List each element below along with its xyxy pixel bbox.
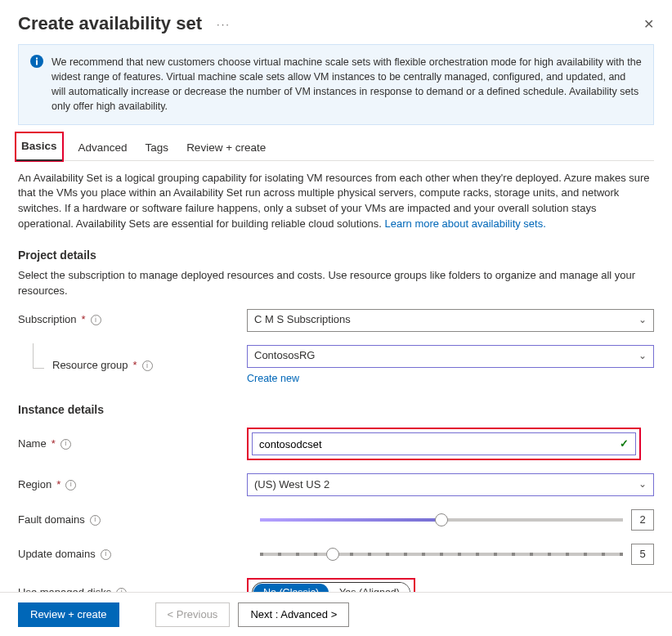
chevron-down-icon: ⌄	[638, 313, 647, 327]
tab-advanced[interactable]: Advanced	[78, 133, 128, 160]
update-domains-value[interactable]: 5	[631, 544, 654, 565]
section-project-details: Project details	[18, 247, 654, 263]
subscription-select[interactable]: C M S Subscriptions ⌄	[247, 309, 654, 332]
subscription-label: Subscription	[18, 312, 77, 328]
review-create-button[interactable]: Review + create	[18, 602, 119, 627]
chevron-down-icon: ⌄	[638, 349, 647, 363]
resource-group-label: Resource group	[52, 358, 128, 374]
info-banner-text: We recommend that new customers choose v…	[52, 55, 642, 114]
update-domains-slider[interactable]	[260, 553, 623, 556]
update-domains-label: Update domains	[18, 547, 96, 562]
more-menu[interactable]: ···	[217, 18, 231, 30]
next-button[interactable]: Next : Advanced >	[238, 602, 349, 627]
info-icon[interactable]: i	[142, 361, 153, 371]
tab-description: An Availability Set is a logical groupin…	[18, 171, 654, 232]
name-label: Name	[18, 437, 47, 452]
required-indicator: *	[52, 437, 56, 452]
info-icon[interactable]: i	[90, 515, 101, 526]
learn-more-link[interactable]: Learn more about availability sets.	[385, 217, 546, 230]
page-title: Create availability set	[18, 13, 202, 34]
close-button[interactable]: ✕	[643, 16, 654, 32]
info-banner: We recommend that new customers choose v…	[18, 44, 654, 125]
resource-group-select[interactable]: ContososRG ⌄	[247, 345, 654, 368]
fault-domains-value[interactable]: 2	[631, 509, 654, 531]
create-new-link[interactable]: Create new	[247, 371, 299, 386]
svg-rect-1	[36, 60, 38, 65]
project-details-subtitle: Select the subscription to manage deploy…	[18, 268, 654, 299]
required-indicator: *	[56, 477, 60, 493]
slider-thumb[interactable]	[435, 513, 448, 526]
required-indicator: *	[133, 358, 137, 374]
tab-tags[interactable]: Tags	[146, 133, 169, 160]
info-icon[interactable]: i	[91, 315, 101, 325]
section-instance-details: Instance details	[18, 401, 654, 418]
footer: Review + create < Previous Next : Advanc…	[0, 592, 672, 636]
slider-thumb[interactable]	[326, 548, 339, 561]
required-indicator: *	[82, 312, 86, 328]
info-icon[interactable]: i	[65, 480, 76, 490]
info-icon[interactable]: i	[60, 439, 71, 450]
name-input[interactable]: ✓	[252, 432, 636, 455]
fault-domains-label: Fault domains	[18, 513, 85, 528]
svg-rect-2	[36, 58, 38, 60]
tab-basics[interactable]: Basics	[15, 132, 64, 162]
chevron-down-icon: ⌄	[638, 477, 647, 491]
info-icon[interactable]: i	[101, 549, 111, 560]
valid-check-icon: ✓	[620, 437, 629, 452]
info-icon	[30, 55, 43, 68]
tabs: Basics Advanced Tags Review + create	[18, 133, 654, 161]
previous-button: < Previous	[155, 602, 231, 627]
tab-review-create[interactable]: Review + create	[186, 133, 266, 160]
region-label: Region	[18, 477, 52, 493]
region-select[interactable]: (US) West US 2 ⌄	[247, 473, 654, 496]
fault-domains-slider[interactable]	[260, 518, 623, 522]
